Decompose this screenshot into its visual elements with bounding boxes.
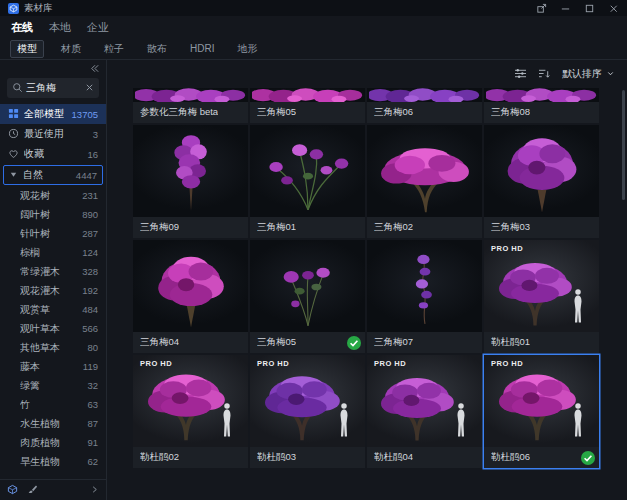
subcategory-label: 藤本 — [20, 360, 40, 374]
sidebar-category-label: 自然 — [23, 168, 43, 182]
tab-material[interactable]: 材质 — [55, 41, 87, 57]
sort-icon[interactable] — [538, 68, 551, 81]
sidebar-item-label: 收藏 — [24, 147, 44, 161]
brush-icon[interactable] — [27, 484, 38, 497]
sidebar-item-all-models[interactable]: 全部模型 13705 — [0, 104, 106, 124]
sidebar-subcategory[interactable]: 竹63 — [0, 395, 106, 414]
subcategory-label: 观叶草本 — [20, 322, 60, 336]
subcategory-count: 119 — [83, 361, 98, 372]
clear-search-icon[interactable] — [85, 82, 94, 94]
sidebar-subcategory[interactable]: 肉质植物91 — [0, 433, 106, 452]
library-cube-icon[interactable] — [7, 484, 18, 497]
subcategory-count: 62 — [87, 456, 98, 467]
sidebar: 全部模型 13705 最近使用 3 收藏 16 自然 4447 观花树231 阔… — [0, 60, 107, 500]
sidebar-subcategory[interactable]: 观叶草本566 — [0, 319, 106, 338]
asset-card[interactable]: 三角梅07 — [367, 240, 482, 353]
sidebar-subcategory[interactable]: 观花灌木192 — [0, 281, 106, 300]
asset-name: 三角梅02 — [374, 221, 413, 234]
search-box[interactable] — [7, 78, 99, 98]
asset-card[interactable]: 三角梅04 — [133, 240, 248, 353]
human-scale-figure — [572, 287, 584, 325]
asset-card[interactable]: 三角梅01 — [250, 125, 365, 238]
asset-card[interactable]: 三角梅03 — [484, 125, 599, 238]
subcategory-count: 91 — [87, 437, 98, 448]
asset-thumbnail — [484, 88, 599, 102]
asset-card[interactable]: 三角梅05 — [250, 88, 365, 123]
sidebar-subcategory[interactable]: 其他草本80 — [0, 338, 106, 357]
subcategory-count: 80 — [87, 342, 98, 353]
maximize-button[interactable] — [584, 3, 595, 14]
minimize-button[interactable] — [560, 3, 571, 14]
close-button[interactable] — [608, 3, 619, 14]
sidebar-subcategory[interactable]: 棕榈124 — [0, 243, 106, 262]
sort-label: 默认排序 — [562, 67, 602, 81]
sidebar-subcategory[interactable]: 针叶树287 — [0, 224, 106, 243]
asset-card[interactable]: 三角梅05 — [250, 240, 365, 353]
asset-name: 三角梅08 — [491, 106, 530, 119]
sidebar-subcategory[interactable]: 常绿灌木328 — [0, 262, 106, 281]
subcategory-count: 87 — [87, 418, 98, 429]
asset-card[interactable]: PRO HD 勒杜鹃02 — [133, 355, 248, 468]
tab-hdri[interactable]: HDRI — [184, 42, 220, 55]
asset-grid-panel: 默认排序 参数化三角梅 beta 三角梅05 三角梅06 — [107, 60, 627, 500]
asset-name: 勒杜鹃06 — [491, 451, 530, 464]
tab-online[interactable]: 在线 — [11, 20, 33, 35]
asset-thumbnail: PRO HD — [367, 355, 482, 447]
subcategory-count: 63 — [87, 399, 98, 410]
sort-dropdown[interactable]: 默认排序 — [562, 67, 615, 81]
expand-panel-icon[interactable] — [90, 484, 99, 496]
asset-card[interactable]: 三角梅09 — [133, 125, 248, 238]
subcategory-count: 890 — [82, 209, 98, 220]
list-view-icon[interactable] — [514, 68, 527, 81]
asset-type-tab-bar: 模型 材质 粒子 散布 HDRI 地形 — [0, 38, 627, 60]
asset-card[interactable]: 三角梅02 — [367, 125, 482, 238]
asset-thumbnail — [133, 125, 248, 217]
asset-card-selected[interactable]: PRO HD 勒杜鹃06 — [484, 355, 599, 468]
pro-hd-badge: PRO HD — [140, 359, 172, 368]
sidebar-item-label: 最近使用 — [24, 127, 64, 141]
popout-icon[interactable] — [536, 3, 547, 14]
asset-thumbnail — [367, 240, 482, 332]
subcategory-count: 192 — [82, 285, 98, 296]
asset-thumbnail: PRO HD — [250, 355, 365, 447]
sidebar-item-recent[interactable]: 最近使用 3 — [0, 124, 106, 144]
sidebar-subcategory[interactable]: 旱生植物62 — [0, 452, 106, 471]
tab-particle[interactable]: 粒子 — [98, 41, 130, 57]
sidebar-item-label: 全部模型 — [24, 107, 64, 121]
sidebar-item-favorites[interactable]: 收藏 16 — [0, 144, 106, 164]
asset-name: 勒杜鹃02 — [140, 451, 179, 464]
sidebar-footer — [0, 479, 106, 500]
asset-thumbnail — [484, 125, 599, 217]
asset-library-window: 素材库 在线 本地 企业 模型 材质 粒子 散布 HDRI 地形 — [0, 0, 627, 500]
asset-card[interactable]: 三角梅06 — [367, 88, 482, 123]
scrollbar-thumb[interactable] — [622, 90, 625, 200]
tab-model[interactable]: 模型 — [10, 40, 44, 58]
asset-card[interactable]: PRO HD 勒杜鹃04 — [367, 355, 482, 468]
subcategory-count: 328 — [82, 266, 98, 277]
search-input[interactable] — [26, 83, 82, 94]
sidebar-subcategory[interactable]: 绿篱32 — [0, 376, 106, 395]
sidebar-subcategory[interactable]: 阔叶树890 — [0, 205, 106, 224]
collapse-sidebar-icon[interactable] — [89, 63, 100, 74]
sidebar-subcategory[interactable]: 水生植物87 — [0, 414, 106, 433]
sidebar-subcategory[interactable]: 观赏草484 — [0, 300, 106, 319]
app-cube-icon — [8, 3, 19, 14]
sidebar-subcategory[interactable]: 观花树231 — [0, 186, 106, 205]
sidebar-subcategory[interactable]: 藤本119 — [0, 357, 106, 376]
titlebar: 素材库 — [0, 0, 627, 16]
asset-card[interactable]: PRO HD 勒杜鹃01 — [484, 240, 599, 353]
asset-card[interactable]: PRO HD 勒杜鹃03 — [250, 355, 365, 468]
asset-name: 三角梅05 — [257, 106, 296, 119]
chevron-down-icon — [606, 69, 615, 80]
subcategory-count: 32 — [87, 380, 98, 391]
main-tab-bar: 在线 本地 企业 — [0, 16, 627, 38]
clock-icon — [8, 128, 19, 141]
sidebar-category-nature[interactable]: 自然 4447 — [3, 165, 103, 185]
tab-local[interactable]: 本地 — [49, 20, 71, 35]
grid-toolbar: 默认排序 — [107, 60, 627, 88]
tab-enterprise[interactable]: 企业 — [87, 20, 109, 35]
tab-scatter[interactable]: 散布 — [141, 41, 173, 57]
asset-card[interactable]: 三角梅08 — [484, 88, 599, 123]
tab-terrain[interactable]: 地形 — [231, 41, 263, 57]
asset-card[interactable]: 参数化三角梅 beta — [133, 88, 248, 123]
